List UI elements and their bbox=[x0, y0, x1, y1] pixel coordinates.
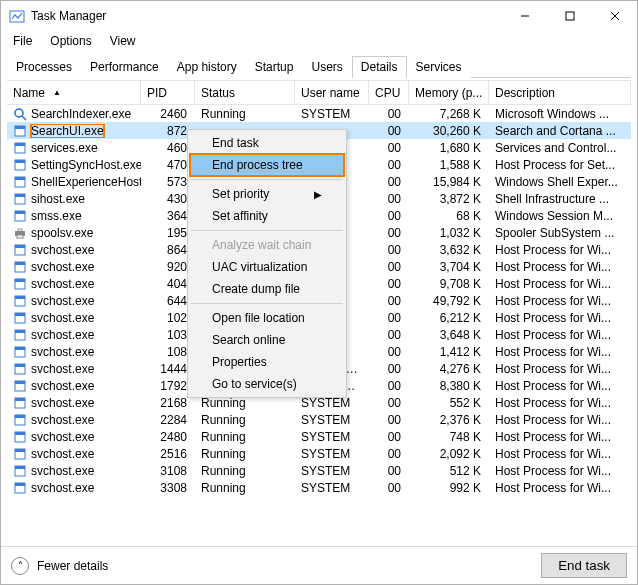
cell-pid: 3308 bbox=[141, 481, 195, 495]
col-pid[interactable]: PID bbox=[141, 81, 195, 104]
cell-description: Microsoft Windows ... bbox=[489, 107, 631, 121]
cell-name: svchost.exe bbox=[7, 464, 141, 478]
col-memory[interactable]: Memory (p... bbox=[409, 81, 489, 104]
table-row[interactable]: svchost.exe3308RunningSYSTEM00992 KHost … bbox=[7, 479, 631, 496]
tab-performance[interactable]: Performance bbox=[81, 56, 168, 78]
cell-memory: 992 K bbox=[409, 481, 489, 495]
cell-cpu: 00 bbox=[369, 243, 409, 257]
table-row[interactable]: svchost.exe3108RunningSYSTEM00512 KHost … bbox=[7, 462, 631, 479]
cell-description: Host Process for Wi... bbox=[489, 413, 631, 427]
process-icon bbox=[13, 430, 27, 444]
cell-description: Services and Control... bbox=[489, 141, 631, 155]
process-icon bbox=[13, 141, 27, 155]
svg-rect-8 bbox=[15, 126, 25, 129]
tab-app-history[interactable]: App history bbox=[168, 56, 246, 78]
menu-file[interactable]: File bbox=[5, 32, 40, 50]
svg-rect-10 bbox=[15, 143, 25, 146]
cell-cpu: 00 bbox=[369, 277, 409, 291]
cell-memory: 8,380 K bbox=[409, 379, 489, 393]
cell-cpu: 00 bbox=[369, 226, 409, 240]
cell-memory: 2,376 K bbox=[409, 413, 489, 427]
svg-rect-23 bbox=[15, 245, 25, 248]
context-menu-set-priority[interactable]: Set priority▶ bbox=[190, 183, 344, 205]
cell-description: Host Process for Wi... bbox=[489, 481, 631, 495]
process-icon bbox=[13, 175, 27, 189]
fewer-details-toggle[interactable]: ˄ Fewer details bbox=[11, 557, 108, 575]
process-name: SearchUI.exe bbox=[31, 124, 104, 138]
cell-description: Search and Cortana ... bbox=[489, 124, 631, 138]
process-name: svchost.exe bbox=[31, 311, 94, 325]
cell-user: SYSTEM bbox=[295, 413, 369, 427]
cell-status: Running bbox=[195, 430, 295, 444]
cell-memory: 6,212 K bbox=[409, 311, 489, 325]
process-icon bbox=[13, 379, 27, 393]
process-icon bbox=[13, 311, 27, 325]
cell-description: Host Process for Wi... bbox=[489, 464, 631, 478]
context-menu-analyze-wait-chain: Analyze wait chain bbox=[190, 234, 344, 256]
cell-user: SYSTEM bbox=[295, 447, 369, 461]
process-name: svchost.exe bbox=[31, 277, 94, 291]
context-menu-item-label: UAC virtualization bbox=[212, 260, 307, 274]
col-status[interactable]: Status bbox=[195, 81, 295, 104]
maximize-button[interactable] bbox=[547, 1, 592, 31]
col-description[interactable]: Description bbox=[489, 81, 631, 104]
context-menu-separator bbox=[191, 230, 343, 231]
cell-description: Shell Infrastructure ... bbox=[489, 192, 631, 206]
context-menu-end-task[interactable]: End task bbox=[190, 132, 344, 154]
cell-description: Spooler SubSystem ... bbox=[489, 226, 631, 240]
process-icon bbox=[13, 345, 27, 359]
cell-pid: 2460 bbox=[141, 107, 195, 121]
context-menu-uac-virtualization[interactable]: UAC virtualization bbox=[190, 256, 344, 278]
col-name[interactable]: Name▲ bbox=[7, 81, 141, 104]
cell-name: SettingSyncHost.exe bbox=[7, 158, 141, 172]
cell-user: SYSTEM bbox=[295, 464, 369, 478]
sort-ascending-icon: ▲ bbox=[53, 88, 61, 97]
process-icon bbox=[13, 481, 27, 495]
cell-description: Host Process for Wi... bbox=[489, 447, 631, 461]
cell-cpu: 00 bbox=[369, 413, 409, 427]
end-task-button[interactable]: End task bbox=[541, 553, 627, 578]
menubar: File Options View bbox=[1, 31, 637, 51]
context-menu-set-affinity[interactable]: Set affinity bbox=[190, 205, 344, 227]
cell-user: SYSTEM bbox=[295, 430, 369, 444]
context-menu-end-process-tree[interactable]: End process tree bbox=[190, 154, 344, 176]
table-row[interactable]: svchost.exe2516RunningSYSTEM002,092 KHos… bbox=[7, 445, 631, 462]
table-row[interactable]: SearchIndexer.exe2460RunningSYSTEM007,26… bbox=[7, 105, 631, 122]
svg-rect-39 bbox=[15, 381, 25, 384]
tab-users[interactable]: Users bbox=[302, 56, 351, 78]
table-row[interactable]: svchost.exe2480RunningSYSTEM00748 KHost … bbox=[7, 428, 631, 445]
cell-memory: 9,708 K bbox=[409, 277, 489, 291]
cell-description: Host Process for Wi... bbox=[489, 345, 631, 359]
tab-details[interactable]: Details bbox=[352, 56, 407, 78]
col-user[interactable]: User name bbox=[295, 81, 369, 104]
cell-memory: 49,792 K bbox=[409, 294, 489, 308]
table-row[interactable]: svchost.exe2284RunningSYSTEM002,376 KHos… bbox=[7, 411, 631, 428]
close-button[interactable] bbox=[592, 1, 637, 31]
process-name: svchost.exe bbox=[31, 396, 94, 410]
menu-view[interactable]: View bbox=[102, 32, 144, 50]
col-cpu[interactable]: CPU bbox=[369, 81, 409, 104]
process-icon bbox=[13, 464, 27, 478]
tab-processes[interactable]: Processes bbox=[7, 56, 81, 78]
process-name: svchost.exe bbox=[31, 260, 94, 274]
tab-services[interactable]: Services bbox=[407, 56, 471, 78]
minimize-button[interactable] bbox=[502, 1, 547, 31]
context-menu-properties[interactable]: Properties bbox=[190, 351, 344, 373]
context-menu-search-online[interactable]: Search online bbox=[190, 329, 344, 351]
context-menu-open-file-location[interactable]: Open file location bbox=[190, 307, 344, 329]
cell-name: svchost.exe bbox=[7, 362, 141, 376]
cell-description: Host Process for Wi... bbox=[489, 362, 631, 376]
titlebar: Task Manager bbox=[1, 1, 637, 31]
tab-startup[interactable]: Startup bbox=[246, 56, 303, 78]
process-name: svchost.exe bbox=[31, 294, 94, 308]
cell-description: Host Process for Wi... bbox=[489, 311, 631, 325]
cell-memory: 1,032 K bbox=[409, 226, 489, 240]
context-menu-create-dump-file[interactable]: Create dump file bbox=[190, 278, 344, 300]
cell-name: SearchIndexer.exe bbox=[7, 107, 141, 121]
cell-status: Running bbox=[195, 464, 295, 478]
menu-options[interactable]: Options bbox=[42, 32, 99, 50]
cell-cpu: 00 bbox=[369, 107, 409, 121]
cell-description: Host Process for Wi... bbox=[489, 379, 631, 393]
cell-cpu: 00 bbox=[369, 260, 409, 274]
context-menu-go-to-service-s-[interactable]: Go to service(s) bbox=[190, 373, 344, 395]
